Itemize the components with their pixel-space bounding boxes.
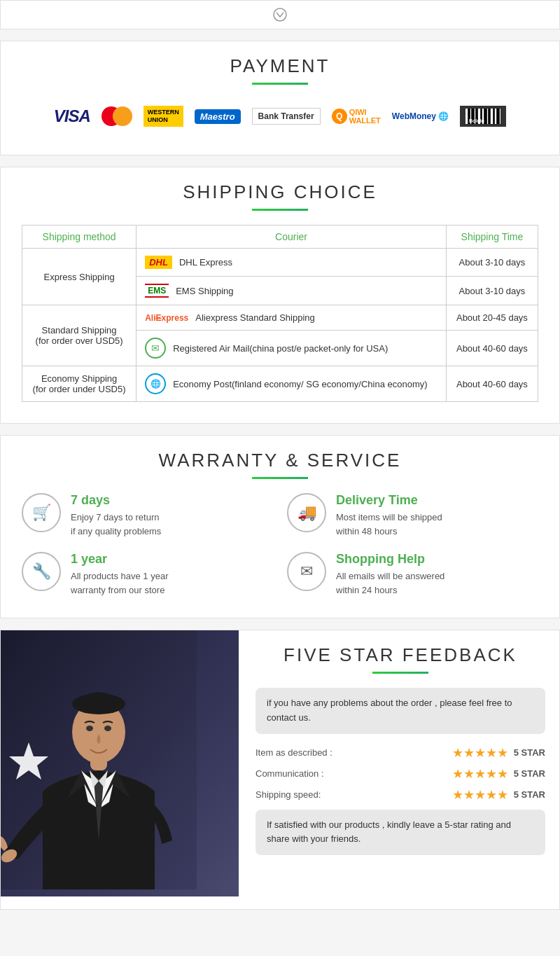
warranty-shopping-text: Shopping Help All emails will be answere…: [336, 552, 444, 597]
svg-rect-15: [495, 109, 496, 124]
warranty-1year-text: 1 year All products have 1 yearwarranty …: [71, 552, 168, 597]
speech-bubble-bottom: If satisfied with our products , kindly …: [255, 810, 545, 856]
svg-point-0: [274, 8, 286, 21]
chevron-top: [0, 0, 560, 29]
method-standard: Standard Shipping(for order over USD5): [22, 305, 136, 366]
warranty-shopping-desc: All emails will be answeredwithin 24 hou…: [336, 569, 444, 597]
feedback-right: FIVE STAR FEEDBACK if you have any probl…: [239, 630, 559, 869]
rating-label-communication: Communication :: [255, 768, 447, 779]
stars-communication: ★★★★★: [452, 766, 508, 782]
ems-cell: EMS EMS Shipping: [145, 284, 438, 298]
table-row: Standard Shipping(for order over USD5) A…: [22, 305, 538, 331]
warranty-section: WARRANTY & SERVICE 🛒 7 days Enjoy 7 days…: [0, 435, 560, 618]
rating-row-item: Item as described : ★★★★★ 5 STAR: [255, 745, 545, 761]
shipping-table: Shipping method Courier Shipping Time Ex…: [22, 225, 538, 402]
rating-label-shipping: Shipping speed:: [255, 789, 447, 800]
chevron-down-icon: [270, 8, 290, 22]
svg-text:Boleto: Boleto: [469, 118, 484, 123]
warranty-item-delivery: 🚚 Delivery Time Most items will be shipp…: [287, 493, 538, 538]
star-count-shipping: 5 STAR: [514, 789, 545, 800]
warranty-delivery-desc: Most items will be shippedwithin 48 hour…: [336, 511, 442, 538]
shipping-section: SHIPPING CHOICE Shipping method Courier …: [0, 167, 560, 424]
western-union-logo: WESTERNUNION: [144, 106, 183, 127]
courier-airmail: ✉ Registered Air Mail(china post/e packe…: [136, 331, 447, 366]
aliexpress-cell: AliExpress Aliexpress Standard Shipping: [145, 312, 438, 323]
warranty-7days-text: 7 days Enjoy 7 days to returnif any qual…: [71, 493, 161, 538]
shipping-table-header-row: Shipping method Courier Shipping Time: [22, 226, 538, 249]
payment-title-underline: [252, 83, 308, 85]
un-name: Economy Post(finland economy/ SG economy…: [173, 379, 427, 389]
mastercard-logo: [102, 106, 132, 126]
boleto-logo: Boleto: [460, 106, 506, 127]
aliexpress-name: Aliexpress Standard Shipping: [195, 312, 315, 323]
svg-rect-10: [484, 109, 486, 124]
warranty-delivery-title: Delivery Time: [336, 493, 442, 508]
svg-rect-17: [500, 109, 500, 124]
courier-aliexpress: AliExpress Aliexpress Standard Shipping: [136, 305, 447, 331]
warranty-1year-desc: All products have 1 yearwarranty from ou…: [71, 569, 168, 597]
un-icon: 🌐: [145, 373, 166, 394]
col-shipping-method: Shipping method: [22, 226, 136, 249]
shipping-title-underline: [252, 209, 308, 211]
rating-label-item: Item as described :: [255, 747, 447, 758]
warranty-item-shopping-help: ✉ Shopping Help All emails will be answe…: [287, 552, 538, 597]
maestro-logo: Maestro: [195, 109, 241, 124]
truck-icon: 🚚: [287, 493, 326, 532]
warranty-item-7days: 🛒 7 days Enjoy 7 days to returnif any qu…: [22, 493, 273, 538]
star-count-item: 5 STAR: [514, 747, 545, 758]
time-un: About 40-60 days: [446, 366, 538, 402]
table-row: Economy Shipping(for order under USD5) 🌐…: [22, 366, 538, 402]
feedback-title: FIVE STAR FEEDBACK: [255, 644, 545, 666]
un-cell: 🌐 Economy Post(finland economy/ SG econo…: [145, 373, 438, 394]
feedback-title-underline: [372, 672, 428, 674]
svg-point-24: [104, 726, 111, 731]
rating-row-communication: Communication : ★★★★★ 5 STAR: [255, 766, 545, 782]
cart-icon: 🛒: [22, 493, 61, 532]
visa-logo: VISA: [54, 106, 90, 126]
stars-shipping: ★★★★★: [452, 787, 508, 803]
warranty-shopping-title: Shopping Help: [336, 552, 444, 567]
airmail-name: Registered Air Mail(china post/e packet-…: [173, 343, 388, 354]
qiwi-logo: Q QIWIWALLET: [332, 108, 381, 125]
svg-rect-11: [487, 109, 488, 124]
payment-section: PAYMENT VISA WESTERNUNION Maestro Bank T…: [0, 41, 560, 155]
qiwi-text: QIWIWALLET: [349, 108, 381, 125]
warranty-delivery-text: Delivery Time Most items will be shipped…: [336, 493, 442, 538]
bank-transfer-logo: Bank Transfer: [252, 108, 321, 125]
col-courier: Courier: [136, 226, 447, 249]
businessman-area: [1, 630, 239, 896]
ems-logo: EMS: [145, 284, 169, 298]
shipping-title: SHIPPING CHOICE: [22, 181, 538, 203]
dhl-logo: DHL: [145, 256, 172, 269]
svg-rect-16: [497, 109, 499, 124]
warranty-7days-desc: Enjoy 7 days to returnif any quality pro…: [71, 511, 161, 538]
ems-name: EMS Shipping: [176, 286, 233, 296]
warranty-grid: 🛒 7 days Enjoy 7 days to returnif any qu…: [22, 493, 538, 597]
stars-item: ★★★★★: [452, 745, 508, 761]
svg-rect-13: [491, 109, 493, 124]
email-icon: ✉: [287, 552, 326, 591]
svg-rect-1: [465, 109, 468, 124]
mc-circle-orange: [113, 106, 132, 126]
qiwi-icon: Q: [332, 109, 347, 124]
svg-rect-12: [489, 109, 490, 124]
star-count-communication: 5 STAR: [514, 768, 545, 779]
boleto-barcode-icon: Boleto: [465, 109, 500, 124]
feedback-title-area: FIVE STAR FEEDBACK: [255, 644, 545, 674]
warranty-item-1year: 🔧 1 year All products have 1 yearwarrant…: [22, 552, 273, 597]
speech-bubble-top: if you have any problems about the order…: [255, 688, 545, 734]
courier-ems: EMS EMS Shipping: [136, 277, 447, 305]
svg-point-23: [86, 726, 93, 731]
businessman-svg: [1, 630, 197, 889]
warranty-title-underline: [252, 477, 308, 479]
time-dhl: About 3-10 days: [446, 249, 538, 277]
webmoney-logo: WebMoney 🌐: [392, 111, 449, 121]
table-row: Express Shipping DHL DHL Express About 3…: [22, 249, 538, 277]
method-express: Express Shipping: [22, 249, 136, 305]
feedback-section: FIVE STAR FEEDBACK if you have any probl…: [0, 630, 560, 910]
rating-row-shipping: Shipping speed: ★★★★★ 5 STAR: [255, 787, 545, 803]
warranty-7days-title: 7 days: [71, 493, 161, 508]
col-shipping-time: Shipping Time: [446, 226, 538, 249]
payment-logos: VISA WESTERNUNION Maestro Bank Transfer …: [22, 99, 538, 134]
aliexpress-logo: AliExpress: [145, 313, 188, 323]
